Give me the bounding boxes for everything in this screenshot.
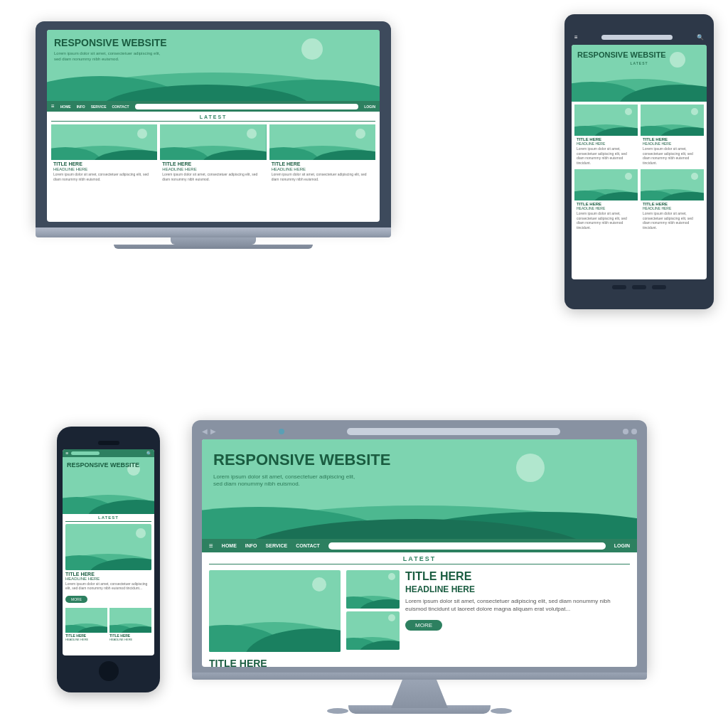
- laptop-stand: [171, 237, 256, 245]
- laptop-nav-login: LOGIN: [364, 105, 375, 109]
- tablet-card-2-title: TITLE HERE: [641, 136, 704, 141]
- monitor-hero: RESPONSIVE WEBSITE Lorem ipsum dolor sit…: [202, 439, 637, 539]
- tablet-card-2-headline: HEADLINE HERE: [641, 141, 704, 146]
- monitor-featured-text: Lorem ipsum dolor sit amet, consectetuer…: [405, 597, 630, 617]
- tablet-card-3-text: Lorem ipsum dolor sit amet, consectetuer…: [574, 211, 638, 231]
- phone-mini-card-1-title: TITLE HERE: [65, 633, 107, 638]
- tablet-btn-1: [612, 285, 626, 289]
- phone-mini-card-2-title: TITLE HERE: [109, 633, 151, 638]
- laptop-site-title: RESPONSIVE WEBSITE: [47, 30, 380, 51]
- monitor-nav: ≡ HOME INFO SERVICE CONTACT LOGIN: [202, 539, 637, 552]
- phone-mini-card-2: TITLE HERE HEADLINE HERE: [109, 608, 151, 641]
- monitor-content: TITLE HERE HEADLINE HERE Lorem ipsum dol…: [202, 567, 637, 667]
- monitor-featured-img: [209, 570, 341, 652]
- laptop-nav-contact: CONTACT: [112, 105, 129, 109]
- laptop-card-2-text: Lorem ipsum dolor sit amet, consectetuer…: [160, 172, 266, 183]
- phone-nav: ≡ 🔍: [63, 449, 154, 457]
- monitor-nav-service: SERVICE: [266, 543, 288, 548]
- monitor-top-bar: ◀ ▶: [202, 427, 637, 435]
- laptop-nav-home: HOME: [60, 105, 71, 109]
- laptop-site-subtitle: Lorem ipsum dolor sit amet, consectetuer…: [47, 51, 380, 63]
- monitor-nav-contact: CONTACT: [296, 543, 320, 548]
- laptop-hamburger-icon: ≡: [51, 103, 55, 109]
- phone-card-title: TITLE HERE: [65, 570, 151, 577]
- tablet-device: ≡ 🔍 RESPONSIVE WEBSITE LATEST: [564, 14, 714, 309]
- phone-screen: ≡ 🔍 RESPONSIVE WEBSITE LATEST: [63, 449, 154, 655]
- monitor-btn-2: [631, 429, 637, 434]
- tablet-btn-3: [652, 285, 666, 289]
- monitor-hamburger-icon: ≡: [209, 542, 213, 550]
- laptop-foot: [114, 245, 313, 249]
- tablet-card-4-title: TITLE HERE: [641, 200, 704, 206]
- monitor-neck: [391, 680, 448, 708]
- monitor-featured-headline: HEADLINE HERE: [405, 584, 630, 597]
- phone-featured: TITLE HERE HEADLINE HERE Lorem ipsum dol…: [63, 522, 154, 606]
- tablet-latest-inline: LATEST: [572, 61, 707, 65]
- monitor-btn-1: [623, 429, 628, 434]
- monitor-nav-info: INFO: [245, 543, 257, 548]
- monitor-address-bar: [347, 428, 560, 435]
- tablet-card-2: TITLE HERE HEADLINE HERE Lorem ipsum dol…: [641, 105, 704, 166]
- monitor-side-imgs: [346, 570, 400, 652]
- laptop-card-1: TITLE HERE HEADLINE HERE Lorem ipsum dol…: [51, 124, 157, 183]
- monitor-article-title: TITLE HERE: [209, 658, 630, 667]
- monitor-side-img-1: [346, 570, 400, 609]
- monitor-screen-outer: ◀ ▶ RESPONSIVE WEBSITE: [192, 420, 647, 673]
- phone-mini-card-2-img: [109, 608, 151, 633]
- laptop-nav-info: INFO: [77, 105, 85, 109]
- monitor-stand-base: [192, 708, 647, 714]
- tablet-card-1-title: TITLE HERE: [574, 136, 638, 141]
- phone-home-button[interactable]: [99, 661, 119, 681]
- monitor-camera: [279, 429, 284, 434]
- tablet-card-2-img: [641, 105, 704, 136]
- tablet-card-4-img: [641, 169, 704, 200]
- tablet-card-1-img: [574, 105, 638, 136]
- laptop-latest-label: LATEST: [51, 114, 375, 122]
- tablet-card-4-headline: HEADLINE HERE: [641, 206, 704, 211]
- laptop-card-1-img: [51, 124, 157, 160]
- phone-card-text: Lorem ipsum dolor sit amet, consectetuer…: [65, 581, 151, 591]
- laptop-card-2-title: TITLE HERE: [160, 160, 266, 167]
- monitor-bottom-article: TITLE HERE Lorem ipsum dolor sit amet, c…: [209, 658, 630, 667]
- tablet-card-3-headline: HEADLINE HERE: [574, 206, 638, 211]
- monitor-featured-row: TITLE HERE HEADLINE HERE Lorem ipsum dol…: [209, 570, 630, 652]
- tablet-btn-2: [632, 285, 646, 289]
- tablet-card-1: TITLE HERE HEADLINE HERE Lorem ipsum dol…: [574, 105, 638, 166]
- monitor-featured-title: TITLE HERE: [405, 570, 630, 584]
- laptop-card-2-headline: HEADLINE HERE: [160, 167, 266, 172]
- monitor-site-title: RESPONSIVE WEBSITE: [202, 439, 637, 473]
- tablet-site-title: RESPONSIVE WEBSITE: [572, 45, 707, 61]
- tablet-card-3-title: TITLE HERE: [574, 200, 638, 206]
- phone-device: ≡ 🔍 RESPONSIVE WEBSITE LATEST: [57, 427, 160, 692]
- monitor-latest-label: LATEST: [209, 552, 630, 564]
- tablet-screen: RESPONSIVE WEBSITE LATEST: [572, 45, 707, 279]
- monitor-featured-text: TITLE HERE HEADLINE HERE Lorem ipsum dol…: [405, 570, 630, 652]
- phone-notch: [98, 441, 119, 445]
- laptop-card-grid: TITLE HERE HEADLINE HERE Lorem ipsum dol…: [51, 124, 375, 183]
- tablet-card-1-text: Lorem ipsum dolor sit amet, consectetuer…: [574, 146, 638, 166]
- phone-mini-card-1-img: [65, 608, 107, 633]
- tablet-hero: RESPONSIVE WEBSITE LATEST: [572, 45, 707, 102]
- monitor-more-btn[interactable]: MORE: [405, 620, 442, 631]
- tablet-card-1-headline: HEADLINE HERE: [574, 141, 638, 146]
- phone-mini-card-1: TITLE HERE HEADLINE HERE: [65, 608, 107, 641]
- phone-latest-label: LATEST: [65, 514, 151, 522]
- laptop-device: RESPONSIVE WEBSITE Lorem ipsum dolor sit…: [36, 21, 391, 249]
- tablet-card-3-img: [574, 169, 638, 200]
- phone-mini-card-1-headline: HEADLINE HERE: [65, 638, 107, 641]
- tablet-card-3: TITLE HERE HEADLINE HERE Lorem ipsum dol…: [574, 169, 638, 231]
- laptop-base: [36, 228, 391, 237]
- laptop-nav-service: SERVICE: [91, 105, 107, 109]
- tablet-card-4-text: Lorem ipsum dolor sit amet, consectetuer…: [641, 211, 704, 231]
- phone-featured-img: [65, 524, 151, 570]
- phone-mini-card-2-headline: HEADLINE HERE: [109, 638, 151, 641]
- laptop-card-3-text: Lorem ipsum dolor sit amet, consectetuer…: [269, 172, 375, 183]
- phone-more-btn[interactable]: MORE: [65, 596, 87, 603]
- tablet-buttons: [572, 285, 707, 289]
- laptop-hero: RESPONSIVE WEBSITE Lorem ipsum dolor sit…: [47, 30, 380, 101]
- laptop-screen-outer: RESPONSIVE WEBSITE Lorem ipsum dolor sit…: [36, 21, 391, 228]
- monitor-nav-search: [328, 542, 606, 550]
- laptop-card-1-title: TITLE HERE: [51, 160, 157, 167]
- laptop-latest-section: LATEST TITLE HERE: [47, 112, 380, 186]
- monitor-bottom-bar: [192, 673, 647, 680]
